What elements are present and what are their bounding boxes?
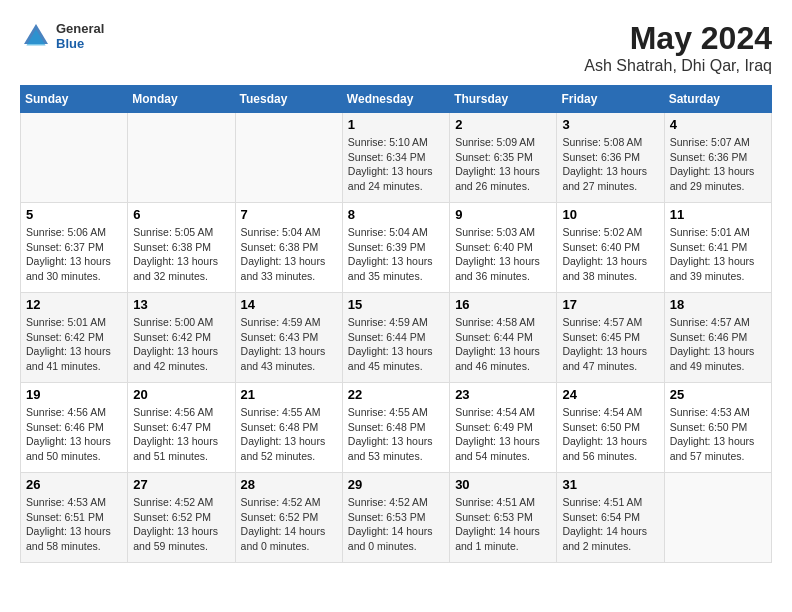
day-number: 1 <box>348 117 444 132</box>
day-number: 30 <box>455 477 551 492</box>
calendar-cell <box>21 113 128 203</box>
logo-icon <box>20 20 52 52</box>
day-number: 22 <box>348 387 444 402</box>
header-day-monday: Monday <box>128 86 235 113</box>
day-info: Sunrise: 4:56 AM Sunset: 6:47 PM Dayligh… <box>133 405 229 464</box>
calendar-cell: 12Sunrise: 5:01 AM Sunset: 6:42 PM Dayli… <box>21 293 128 383</box>
day-number: 26 <box>26 477 122 492</box>
calendar-cell: 7Sunrise: 5:04 AM Sunset: 6:38 PM Daylig… <box>235 203 342 293</box>
day-info: Sunrise: 5:04 AM Sunset: 6:38 PM Dayligh… <box>241 225 337 284</box>
calendar-cell: 25Sunrise: 4:53 AM Sunset: 6:50 PM Dayli… <box>664 383 771 473</box>
logo: General Blue <box>20 20 104 52</box>
day-info: Sunrise: 5:05 AM Sunset: 6:38 PM Dayligh… <box>133 225 229 284</box>
header-day-tuesday: Tuesday <box>235 86 342 113</box>
calendar-week-row: 1Sunrise: 5:10 AM Sunset: 6:34 PM Daylig… <box>21 113 772 203</box>
day-number: 12 <box>26 297 122 312</box>
day-number: 27 <box>133 477 229 492</box>
day-number: 23 <box>455 387 551 402</box>
calendar-cell: 4Sunrise: 5:07 AM Sunset: 6:36 PM Daylig… <box>664 113 771 203</box>
page-title: May 2024 <box>584 20 772 57</box>
day-info: Sunrise: 4:52 AM Sunset: 6:52 PM Dayligh… <box>241 495 337 554</box>
day-info: Sunrise: 5:09 AM Sunset: 6:35 PM Dayligh… <box>455 135 551 194</box>
calendar-cell: 18Sunrise: 4:57 AM Sunset: 6:46 PM Dayli… <box>664 293 771 383</box>
calendar-cell: 10Sunrise: 5:02 AM Sunset: 6:40 PM Dayli… <box>557 203 664 293</box>
day-number: 18 <box>670 297 766 312</box>
day-info: Sunrise: 4:54 AM Sunset: 6:50 PM Dayligh… <box>562 405 658 464</box>
calendar-cell: 3Sunrise: 5:08 AM Sunset: 6:36 PM Daylig… <box>557 113 664 203</box>
day-info: Sunrise: 4:59 AM Sunset: 6:43 PM Dayligh… <box>241 315 337 374</box>
day-number: 17 <box>562 297 658 312</box>
day-info: Sunrise: 4:53 AM Sunset: 6:50 PM Dayligh… <box>670 405 766 464</box>
day-info: Sunrise: 4:53 AM Sunset: 6:51 PM Dayligh… <box>26 495 122 554</box>
day-info: Sunrise: 4:51 AM Sunset: 6:54 PM Dayligh… <box>562 495 658 554</box>
calendar-cell: 29Sunrise: 4:52 AM Sunset: 6:53 PM Dayli… <box>342 473 449 563</box>
day-info: Sunrise: 5:10 AM Sunset: 6:34 PM Dayligh… <box>348 135 444 194</box>
day-info: Sunrise: 4:52 AM Sunset: 6:53 PM Dayligh… <box>348 495 444 554</box>
logo-general: General <box>56 21 104 36</box>
calendar-cell: 23Sunrise: 4:54 AM Sunset: 6:49 PM Dayli… <box>450 383 557 473</box>
day-number: 31 <box>562 477 658 492</box>
calendar-cell: 11Sunrise: 5:01 AM Sunset: 6:41 PM Dayli… <box>664 203 771 293</box>
day-info: Sunrise: 4:51 AM Sunset: 6:53 PM Dayligh… <box>455 495 551 554</box>
calendar-cell: 14Sunrise: 4:59 AM Sunset: 6:43 PM Dayli… <box>235 293 342 383</box>
day-info: Sunrise: 5:01 AM Sunset: 6:41 PM Dayligh… <box>670 225 766 284</box>
day-number: 28 <box>241 477 337 492</box>
header-day-sunday: Sunday <box>21 86 128 113</box>
day-number: 24 <box>562 387 658 402</box>
day-number: 7 <box>241 207 337 222</box>
title-block: May 2024 Ash Shatrah, Dhi Qar, Iraq <box>584 20 772 75</box>
day-info: Sunrise: 4:57 AM Sunset: 6:46 PM Dayligh… <box>670 315 766 374</box>
day-number: 8 <box>348 207 444 222</box>
calendar-cell: 30Sunrise: 4:51 AM Sunset: 6:53 PM Dayli… <box>450 473 557 563</box>
header-day-friday: Friday <box>557 86 664 113</box>
day-info: Sunrise: 5:07 AM Sunset: 6:36 PM Dayligh… <box>670 135 766 194</box>
calendar-cell: 15Sunrise: 4:59 AM Sunset: 6:44 PM Dayli… <box>342 293 449 383</box>
day-number: 3 <box>562 117 658 132</box>
day-info: Sunrise: 5:00 AM Sunset: 6:42 PM Dayligh… <box>133 315 229 374</box>
calendar-cell: 6Sunrise: 5:05 AM Sunset: 6:38 PM Daylig… <box>128 203 235 293</box>
day-info: Sunrise: 4:56 AM Sunset: 6:46 PM Dayligh… <box>26 405 122 464</box>
calendar-cell: 22Sunrise: 4:55 AM Sunset: 6:48 PM Dayli… <box>342 383 449 473</box>
day-number: 6 <box>133 207 229 222</box>
calendar-cell: 9Sunrise: 5:03 AM Sunset: 6:40 PM Daylig… <box>450 203 557 293</box>
day-info: Sunrise: 5:04 AM Sunset: 6:39 PM Dayligh… <box>348 225 444 284</box>
day-info: Sunrise: 5:01 AM Sunset: 6:42 PM Dayligh… <box>26 315 122 374</box>
calendar-week-row: 12Sunrise: 5:01 AM Sunset: 6:42 PM Dayli… <box>21 293 772 383</box>
day-number: 20 <box>133 387 229 402</box>
calendar-cell: 13Sunrise: 5:00 AM Sunset: 6:42 PM Dayli… <box>128 293 235 383</box>
day-number: 25 <box>670 387 766 402</box>
day-info: Sunrise: 4:55 AM Sunset: 6:48 PM Dayligh… <box>348 405 444 464</box>
day-number: 15 <box>348 297 444 312</box>
calendar-cell: 1Sunrise: 5:10 AM Sunset: 6:34 PM Daylig… <box>342 113 449 203</box>
day-number: 14 <box>241 297 337 312</box>
header-day-saturday: Saturday <box>664 86 771 113</box>
page-subtitle: Ash Shatrah, Dhi Qar, Iraq <box>584 57 772 75</box>
header-day-thursday: Thursday <box>450 86 557 113</box>
day-info: Sunrise: 4:59 AM Sunset: 6:44 PM Dayligh… <box>348 315 444 374</box>
calendar-cell: 27Sunrise: 4:52 AM Sunset: 6:52 PM Dayli… <box>128 473 235 563</box>
day-number: 19 <box>26 387 122 402</box>
day-info: Sunrise: 5:08 AM Sunset: 6:36 PM Dayligh… <box>562 135 658 194</box>
calendar-header-row: SundayMondayTuesdayWednesdayThursdayFrid… <box>21 86 772 113</box>
day-number: 16 <box>455 297 551 312</box>
calendar-cell <box>235 113 342 203</box>
day-number: 29 <box>348 477 444 492</box>
calendar-cell: 8Sunrise: 5:04 AM Sunset: 6:39 PM Daylig… <box>342 203 449 293</box>
calendar-cell: 5Sunrise: 5:06 AM Sunset: 6:37 PM Daylig… <box>21 203 128 293</box>
calendar-cell: 24Sunrise: 4:54 AM Sunset: 6:50 PM Dayli… <box>557 383 664 473</box>
day-info: Sunrise: 4:54 AM Sunset: 6:49 PM Dayligh… <box>455 405 551 464</box>
page-header: General Blue May 2024 Ash Shatrah, Dhi Q… <box>20 20 772 75</box>
calendar-table: SundayMondayTuesdayWednesdayThursdayFrid… <box>20 85 772 563</box>
calendar-week-row: 5Sunrise: 5:06 AM Sunset: 6:37 PM Daylig… <box>21 203 772 293</box>
day-number: 2 <box>455 117 551 132</box>
logo-text: General Blue <box>56 21 104 51</box>
day-number: 13 <box>133 297 229 312</box>
logo-blue: Blue <box>56 36 104 51</box>
day-info: Sunrise: 5:03 AM Sunset: 6:40 PM Dayligh… <box>455 225 551 284</box>
calendar-cell: 20Sunrise: 4:56 AM Sunset: 6:47 PM Dayli… <box>128 383 235 473</box>
calendar-cell: 2Sunrise: 5:09 AM Sunset: 6:35 PM Daylig… <box>450 113 557 203</box>
day-number: 10 <box>562 207 658 222</box>
calendar-cell: 31Sunrise: 4:51 AM Sunset: 6:54 PM Dayli… <box>557 473 664 563</box>
calendar-cell: 16Sunrise: 4:58 AM Sunset: 6:44 PM Dayli… <box>450 293 557 383</box>
day-info: Sunrise: 4:57 AM Sunset: 6:45 PM Dayligh… <box>562 315 658 374</box>
